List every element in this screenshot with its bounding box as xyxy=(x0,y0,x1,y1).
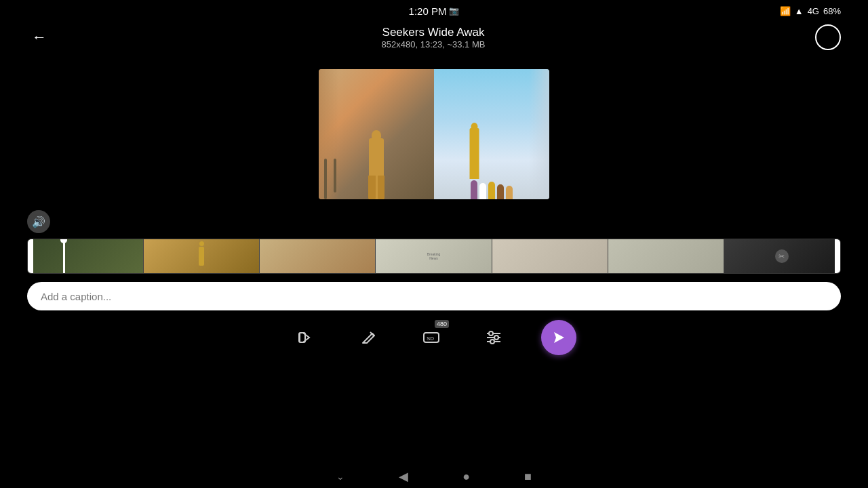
battery-text: 68% xyxy=(823,6,841,16)
blur-overlay-right xyxy=(529,69,549,199)
header-title-group: Seekers Wide Awak 852x480, 13:23, ~33.1 … xyxy=(382,26,486,49)
filter-button[interactable] xyxy=(479,323,509,352)
timeline-thumb-1 xyxy=(28,239,144,273)
android-nav-bar: ⌄ ◀ ● ■ xyxy=(0,464,868,488)
quality-button[interactable]: SD 480 xyxy=(416,323,446,352)
statue-man xyxy=(363,111,390,199)
header-circle-button[interactable] xyxy=(815,24,841,50)
timeline-strip[interactable]: Breaking News ✂ xyxy=(27,239,841,274)
statue-legs xyxy=(368,176,384,199)
svg-marker-9 xyxy=(554,332,564,343)
timeline-thumb-4: Breaking News xyxy=(376,239,492,273)
share-icon xyxy=(297,328,316,347)
svg-text:SD: SD xyxy=(427,336,434,342)
crowd-person-1 xyxy=(471,180,477,199)
trim-handle-left[interactable] xyxy=(28,239,33,273)
palm-trees xyxy=(324,159,336,199)
share-button[interactable] xyxy=(292,323,321,352)
quality-icon: SD xyxy=(422,328,441,347)
crowd-person-5 xyxy=(506,186,513,199)
bottom-toolbar: SD 480 xyxy=(0,310,868,362)
golden-statue xyxy=(466,104,483,179)
header: ← Seekers Wide Awak 852x480, 13:23, ~33.… xyxy=(0,22,868,56)
video-preview-area xyxy=(0,56,868,210)
timeline-thumb-2 xyxy=(144,239,260,273)
caption-section xyxy=(0,274,868,310)
leg-left xyxy=(368,176,376,199)
send-button[interactable] xyxy=(541,320,576,355)
header-subtitle: 852x480, 13:23, ~33.1 MB xyxy=(382,39,486,49)
svg-point-6 xyxy=(489,331,493,336)
svg-point-8 xyxy=(490,340,494,344)
leg-right xyxy=(378,176,385,199)
caption-input[interactable] xyxy=(27,282,841,310)
sd-badge: 480 xyxy=(435,320,449,328)
trim-handle-right[interactable] xyxy=(835,239,840,273)
timeline-section: 🔊 Breaking News ✂ xyxy=(0,210,868,274)
back-button[interactable]: ← xyxy=(27,25,52,49)
time-text: 1:20 PM xyxy=(409,5,447,17)
signal-bars: 4G xyxy=(808,6,819,16)
header-title: Seekers Wide Awak xyxy=(382,26,485,39)
palm-tree-1 xyxy=(324,159,327,199)
video-right-panel xyxy=(434,69,549,199)
svg-point-7 xyxy=(494,336,498,340)
nav-back-button[interactable]: ◀ xyxy=(399,469,408,484)
pen-icon xyxy=(359,328,378,347)
timeline-thumb-6 xyxy=(608,239,724,273)
signal-icon: 📶 xyxy=(780,6,791,16)
timeline-thumb-3 xyxy=(260,239,376,273)
camera-icon: 📷 xyxy=(449,6,459,16)
nav-recent-button[interactable]: ■ xyxy=(524,470,532,484)
nav-home-button[interactable]: ● xyxy=(462,470,470,484)
status-time: 1:20 PM 📷 xyxy=(409,5,460,17)
status-icons: 📶 ▲ 4G 68% xyxy=(780,6,841,16)
video-left-panel xyxy=(319,69,434,199)
crowd-person-4 xyxy=(497,184,504,199)
crowd-person-2 xyxy=(479,183,486,199)
crowd-person-3 xyxy=(488,182,495,199)
palm-tree-2 xyxy=(334,159,336,192)
status-bar: 1:20 PM 📷 📶 ▲ 4G 68% xyxy=(0,0,868,22)
volume-button[interactable]: 🔊 xyxy=(27,210,50,233)
volume-icon: 🔊 xyxy=(32,216,45,228)
back-arrow-icon: ← xyxy=(32,28,47,46)
timeline-playhead[interactable] xyxy=(63,239,65,273)
video-frame[interactable] xyxy=(319,69,549,199)
send-icon xyxy=(551,329,567,346)
timeline-thumb-7: ✂ xyxy=(724,239,840,273)
draw-button[interactable] xyxy=(354,323,384,352)
wifi-icon: ▲ xyxy=(795,6,804,16)
golden-body xyxy=(470,128,479,179)
nav-chevron-button[interactable]: ⌄ xyxy=(336,471,344,482)
volume-row: 🔊 xyxy=(27,210,841,233)
timeline-thumb-5 xyxy=(492,239,608,273)
equalizer-icon xyxy=(484,328,503,347)
